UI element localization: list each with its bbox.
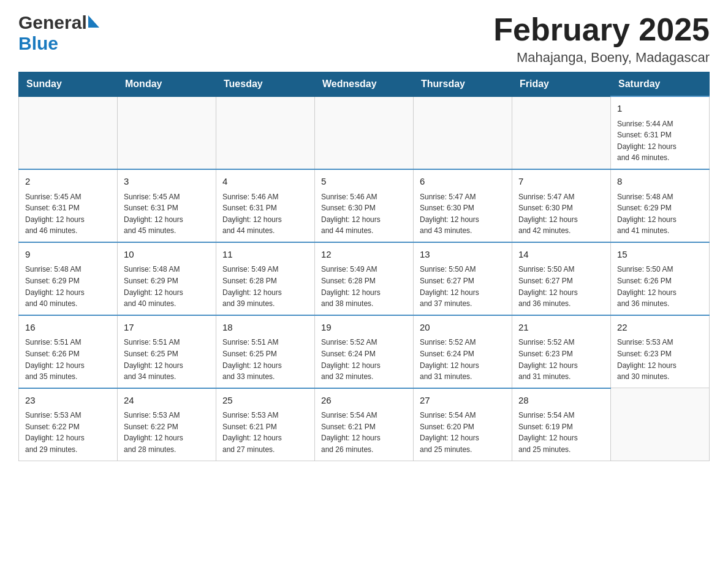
- weekday-header-thursday: Thursday: [414, 72, 512, 97]
- day-number: 17: [124, 321, 210, 335]
- calendar-cell: 15Sunrise: 5:50 AM Sunset: 6:26 PM Dayli…: [611, 242, 710, 315]
- weekday-header-sunday: Sunday: [19, 72, 118, 97]
- calendar-cell: 14Sunrise: 5:50 AM Sunset: 6:27 PM Dayli…: [512, 242, 611, 315]
- day-info: Sunrise: 5:46 AM Sunset: 6:31 PM Dayligh…: [222, 191, 308, 237]
- calendar-cell: 13Sunrise: 5:50 AM Sunset: 6:27 PM Dayli…: [414, 242, 512, 315]
- day-number: 19: [321, 321, 407, 335]
- day-info: Sunrise: 5:47 AM Sunset: 6:30 PM Dayligh…: [518, 191, 604, 237]
- calendar-cell: 12Sunrise: 5:49 AM Sunset: 6:28 PM Dayli…: [315, 242, 414, 315]
- calendar-cell: 8Sunrise: 5:48 AM Sunset: 6:29 PM Daylig…: [611, 169, 710, 242]
- day-number: 20: [420, 321, 506, 335]
- day-number: 5: [321, 175, 407, 189]
- day-info: Sunrise: 5:53 AM Sunset: 6:22 PM Dayligh…: [124, 410, 210, 455]
- calendar-cell: 28Sunrise: 5:54 AM Sunset: 6:19 PM Dayli…: [512, 388, 611, 461]
- calendar-cell: 24Sunrise: 5:53 AM Sunset: 6:22 PM Dayli…: [118, 388, 216, 461]
- calendar-cell: 1Sunrise: 5:44 AM Sunset: 6:31 PM Daylig…: [611, 96, 710, 169]
- calendar-cell: 16Sunrise: 5:51 AM Sunset: 6:26 PM Dayli…: [19, 315, 118, 388]
- day-number: 23: [25, 394, 111, 408]
- day-info: Sunrise: 5:53 AM Sunset: 6:21 PM Dayligh…: [222, 410, 308, 455]
- calendar-cell: 20Sunrise: 5:52 AM Sunset: 6:24 PM Dayli…: [414, 315, 512, 388]
- calendar-cell: 26Sunrise: 5:54 AM Sunset: 6:21 PM Dayli…: [315, 388, 414, 461]
- day-number: 12: [321, 248, 407, 262]
- day-number: 22: [617, 321, 703, 335]
- day-number: 26: [321, 394, 407, 408]
- day-info: Sunrise: 5:44 AM Sunset: 6:31 PM Dayligh…: [617, 118, 703, 164]
- day-number: 18: [222, 321, 308, 335]
- calendar-cell: [611, 388, 710, 461]
- header: General Blue February 2025 Mahajanga, Bo…: [18, 12, 710, 66]
- day-number: 7: [518, 175, 604, 189]
- calendar-cell: 27Sunrise: 5:54 AM Sunset: 6:20 PM Dayli…: [414, 388, 512, 461]
- calendar-week-row: 16Sunrise: 5:51 AM Sunset: 6:26 PM Dayli…: [19, 315, 710, 388]
- day-number: 27: [420, 394, 506, 408]
- calendar-cell: [315, 96, 414, 169]
- day-number: 24: [124, 394, 210, 408]
- calendar-cell: 4Sunrise: 5:46 AM Sunset: 6:31 PM Daylig…: [216, 169, 315, 242]
- calendar-cell: 19Sunrise: 5:52 AM Sunset: 6:24 PM Dayli…: [315, 315, 414, 388]
- day-info: Sunrise: 5:52 AM Sunset: 6:23 PM Dayligh…: [518, 337, 604, 382]
- day-info: Sunrise: 5:48 AM Sunset: 6:29 PM Dayligh…: [617, 191, 703, 237]
- weekday-header-saturday: Saturday: [611, 72, 710, 97]
- day-info: Sunrise: 5:52 AM Sunset: 6:24 PM Dayligh…: [321, 337, 407, 382]
- day-info: Sunrise: 5:48 AM Sunset: 6:29 PM Dayligh…: [25, 264, 111, 309]
- day-info: Sunrise: 5:48 AM Sunset: 6:29 PM Dayligh…: [124, 264, 210, 309]
- weekday-header-wednesday: Wednesday: [315, 72, 414, 97]
- calendar-cell: 7Sunrise: 5:47 AM Sunset: 6:30 PM Daylig…: [512, 169, 611, 242]
- day-info: Sunrise: 5:47 AM Sunset: 6:30 PM Dayligh…: [420, 191, 506, 237]
- calendar-cell: 17Sunrise: 5:51 AM Sunset: 6:25 PM Dayli…: [118, 315, 216, 388]
- weekday-header-monday: Monday: [118, 72, 216, 97]
- calendar-cell: 2Sunrise: 5:45 AM Sunset: 6:31 PM Daylig…: [19, 169, 118, 242]
- day-number: 14: [518, 248, 604, 262]
- day-info: Sunrise: 5:51 AM Sunset: 6:26 PM Dayligh…: [25, 337, 111, 382]
- month-title: February 2025: [493, 12, 710, 47]
- calendar-cell: [118, 96, 216, 169]
- calendar-cell: [414, 96, 512, 169]
- day-number: 1: [617, 102, 703, 116]
- day-info: Sunrise: 5:50 AM Sunset: 6:27 PM Dayligh…: [518, 264, 604, 309]
- logo-triangle-icon: [88, 15, 99, 30]
- day-number: 4: [222, 175, 308, 189]
- day-info: Sunrise: 5:45 AM Sunset: 6:31 PM Dayligh…: [25, 191, 111, 237]
- day-number: 3: [124, 175, 210, 189]
- day-info: Sunrise: 5:50 AM Sunset: 6:26 PM Dayligh…: [617, 264, 703, 309]
- weekday-header-row: SundayMondayTuesdayWednesdayThursdayFrid…: [19, 72, 710, 97]
- day-number: 15: [617, 248, 703, 262]
- title-area: February 2025 Mahajanga, Boeny, Madagasc…: [493, 12, 710, 66]
- day-info: Sunrise: 5:46 AM Sunset: 6:30 PM Dayligh…: [321, 191, 407, 237]
- calendar-cell: 11Sunrise: 5:49 AM Sunset: 6:28 PM Dayli…: [216, 242, 315, 315]
- day-info: Sunrise: 5:52 AM Sunset: 6:24 PM Dayligh…: [420, 337, 506, 382]
- calendar-cell: 22Sunrise: 5:53 AM Sunset: 6:23 PM Dayli…: [611, 315, 710, 388]
- day-number: 11: [222, 248, 308, 262]
- day-info: Sunrise: 5:53 AM Sunset: 6:23 PM Dayligh…: [617, 337, 703, 382]
- day-info: Sunrise: 5:50 AM Sunset: 6:27 PM Dayligh…: [420, 264, 506, 309]
- calendar-cell: [216, 96, 315, 169]
- day-number: 21: [518, 321, 604, 335]
- calendar-week-row: 23Sunrise: 5:53 AM Sunset: 6:22 PM Dayli…: [19, 388, 710, 461]
- calendar-cell: 6Sunrise: 5:47 AM Sunset: 6:30 PM Daylig…: [414, 169, 512, 242]
- day-number: 6: [420, 175, 506, 189]
- day-number: 13: [420, 248, 506, 262]
- day-number: 2: [25, 175, 111, 189]
- calendar-week-row: 2Sunrise: 5:45 AM Sunset: 6:31 PM Daylig…: [19, 169, 710, 242]
- logo-general-text: General: [18, 12, 87, 33]
- calendar-cell: 21Sunrise: 5:52 AM Sunset: 6:23 PM Dayli…: [512, 315, 611, 388]
- calendar-cell: 18Sunrise: 5:51 AM Sunset: 6:25 PM Dayli…: [216, 315, 315, 388]
- day-info: Sunrise: 5:49 AM Sunset: 6:28 PM Dayligh…: [222, 264, 308, 309]
- location-title: Mahajanga, Boeny, Madagascar: [493, 50, 710, 66]
- calendar-cell: 3Sunrise: 5:45 AM Sunset: 6:31 PM Daylig…: [118, 169, 216, 242]
- day-info: Sunrise: 5:54 AM Sunset: 6:20 PM Dayligh…: [420, 410, 506, 455]
- day-number: 16: [25, 321, 111, 335]
- calendar: SundayMondayTuesdayWednesdayThursdayFrid…: [18, 72, 710, 461]
- weekday-header-tuesday: Tuesday: [216, 72, 315, 97]
- day-number: 8: [617, 175, 703, 189]
- calendar-week-row: 9Sunrise: 5:48 AM Sunset: 6:29 PM Daylig…: [19, 242, 710, 315]
- weekday-header-friday: Friday: [512, 72, 611, 97]
- day-info: Sunrise: 5:54 AM Sunset: 6:21 PM Dayligh…: [321, 410, 407, 455]
- day-number: 9: [25, 248, 111, 262]
- day-info: Sunrise: 5:53 AM Sunset: 6:22 PM Dayligh…: [25, 410, 111, 455]
- day-number: 28: [518, 394, 604, 408]
- day-info: Sunrise: 5:49 AM Sunset: 6:28 PM Dayligh…: [321, 264, 407, 309]
- day-info: Sunrise: 5:51 AM Sunset: 6:25 PM Dayligh…: [222, 337, 308, 382]
- day-info: Sunrise: 5:45 AM Sunset: 6:31 PM Dayligh…: [124, 191, 210, 237]
- day-info: Sunrise: 5:54 AM Sunset: 6:19 PM Dayligh…: [518, 410, 604, 455]
